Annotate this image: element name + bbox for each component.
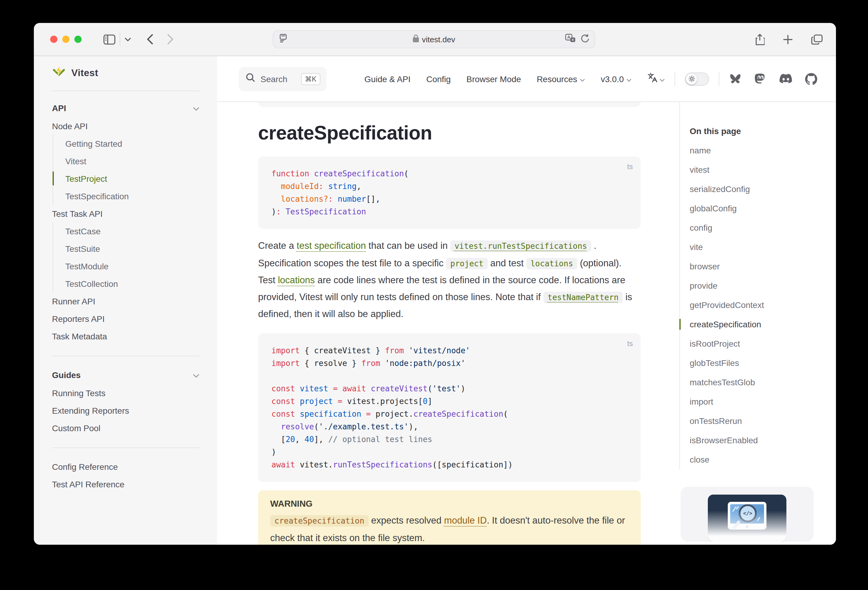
outline-item-globalconfig[interactable]: globalConfig bbox=[690, 199, 824, 218]
sidebar-toggle-icon[interactable] bbox=[103, 34, 115, 44]
outline-item-config[interactable]: config bbox=[690, 218, 824, 237]
inline-link-test-specification[interactable]: test specification bbox=[297, 240, 366, 251]
sidebar-item-running-tests[interactable]: Running Tests bbox=[52, 384, 199, 402]
outline-item-ontestsrerun[interactable]: onTestsRerun bbox=[690, 411, 824, 431]
nav-link-config[interactable]: Config bbox=[426, 74, 451, 84]
code-line: locations?: number[], bbox=[272, 193, 627, 205]
sidebar-item-vitest[interactable]: Vitest bbox=[65, 152, 199, 170]
sidebar-group-label: Guides bbox=[52, 370, 81, 380]
doc-content-area: createSpecification ts function createSp… bbox=[217, 102, 836, 545]
mastodon-icon[interactable] bbox=[754, 73, 766, 85]
sidebar-item-config-reference[interactable]: Config Reference bbox=[52, 458, 199, 475]
outline-item-name[interactable]: name bbox=[690, 141, 824, 160]
inline-code-locations: locations bbox=[526, 257, 577, 269]
sidebar-item-testcollection[interactable]: TestCollection bbox=[65, 275, 199, 292]
outline-item-matchestestglob[interactable]: matchesTestGlob bbox=[690, 372, 824, 392]
back-button-icon[interactable] bbox=[147, 34, 154, 45]
sidebar-item-test-api-reference[interactable]: Test API Reference bbox=[52, 475, 199, 493]
sponsor-ad-image: </> bbox=[708, 494, 787, 542]
sponsor-ad-card[interactable]: </> bbox=[681, 487, 813, 542]
code-line: ) bbox=[272, 445, 627, 458]
reload-icon[interactable] bbox=[581, 34, 589, 45]
sidebar-group-api[interactable]: API bbox=[52, 99, 199, 117]
sidebar-item-testsuite[interactable]: TestSuite bbox=[65, 240, 199, 257]
code-line: await vitest.runTestSpecifications([spec… bbox=[272, 458, 627, 471]
chevron-down-icon bbox=[660, 74, 665, 84]
address-bar[interactable]: vitest.dev Ax bbox=[273, 30, 595, 48]
discord-icon[interactable] bbox=[779, 74, 793, 84]
outline-item-getprovidedcontext[interactable]: getProvidedContext bbox=[690, 295, 824, 315]
outline-item-browser[interactable]: browser bbox=[690, 257, 824, 276]
outline-item-close[interactable]: close bbox=[690, 450, 824, 469]
code-block-signature[interactable]: ts function createSpecification( moduleI… bbox=[258, 156, 641, 229]
outline-item-serializedconfig[interactable]: serializedConfig bbox=[690, 180, 824, 199]
new-tab-icon[interactable] bbox=[783, 34, 793, 44]
outline-title: On this page bbox=[690, 126, 824, 136]
share-icon[interactable] bbox=[755, 34, 765, 45]
zoom-window-button[interactable] bbox=[74, 35, 81, 43]
outline-item-vitest[interactable]: vitest bbox=[690, 160, 824, 180]
close-window-button[interactable] bbox=[50, 35, 58, 43]
minimize-window-button[interactable] bbox=[62, 35, 69, 43]
bluesky-icon[interactable] bbox=[729, 73, 742, 85]
translate-icon[interactable]: Ax bbox=[565, 34, 576, 45]
search-icon bbox=[246, 73, 255, 85]
languages-icon bbox=[647, 72, 658, 85]
code-line: const specification = project.createSpec… bbox=[272, 407, 627, 420]
code-block-example[interactable]: ts import { createVitest } from 'vitest/… bbox=[258, 333, 641, 482]
outline-item-vite[interactable]: vite bbox=[690, 237, 824, 257]
sidebar-item-task-metadata[interactable]: Task Metadata bbox=[52, 327, 199, 345]
language-menu[interactable] bbox=[647, 72, 665, 85]
github-icon[interactable] bbox=[805, 73, 817, 85]
desktop: vitest.dev Ax bbox=[0, 0, 868, 590]
code-line: ): TestSpecification bbox=[272, 205, 627, 218]
code-line: moduleId: string, bbox=[272, 180, 627, 193]
warning-title: WARNING bbox=[270, 499, 629, 508]
nav-link-v3-0-0[interactable]: v3.0.0 bbox=[601, 74, 632, 84]
code-lang-badge: ts bbox=[627, 337, 633, 350]
search-label: Search bbox=[261, 74, 288, 84]
chevron-down-icon bbox=[193, 103, 199, 113]
sidebar-item-node-api[interactable]: Node API bbox=[52, 117, 199, 135]
sidebar-item-getting-started[interactable]: Getting Started bbox=[65, 135, 199, 152]
nav-link-resources[interactable]: Resources bbox=[537, 74, 585, 84]
inline-code-link-vitest-runtestspecifications[interactable]: vitest.runTestSpecifications bbox=[450, 240, 591, 252]
tab-overview-icon[interactable] bbox=[811, 34, 823, 44]
sidebar-item-custom-pool[interactable]: Custom Pool bbox=[52, 419, 199, 437]
page-title: createSpecification bbox=[258, 120, 641, 146]
search-button[interactable]: Search ⌘K bbox=[239, 67, 326, 91]
sidebar-item-testcase[interactable]: TestCase bbox=[65, 222, 199, 240]
vitest-logo-icon bbox=[52, 65, 66, 81]
outline-item-provide[interactable]: provide bbox=[690, 276, 824, 295]
sidebar-item-reporters-api[interactable]: Reporters API bbox=[52, 310, 199, 327]
sidebar-item-extending-reporters[interactable]: Extending Reporters bbox=[52, 402, 199, 419]
tab-group-chevron-icon[interactable] bbox=[124, 37, 131, 41]
outline-item-globtestfiles[interactable]: globTestFiles bbox=[690, 353, 824, 372]
sidebar-item-testspecification[interactable]: TestSpecification bbox=[65, 187, 199, 205]
site-logo[interactable]: Vitest bbox=[52, 61, 199, 85]
sidebar-subgroup: TestCaseTestSuiteTestModuleTestCollectio… bbox=[53, 222, 199, 292]
sidebar-item-test-task-api[interactable]: Test Task API bbox=[52, 205, 199, 222]
sidebar-item-testproject[interactable]: TestProject bbox=[65, 170, 199, 187]
outline-item-createspecification[interactable]: createSpecification bbox=[690, 315, 824, 334]
sidebar-group-label: API bbox=[52, 103, 66, 113]
divider bbox=[52, 447, 199, 448]
inline-link-locations[interactable]: locations bbox=[278, 275, 314, 285]
chevron-down-icon bbox=[580, 74, 585, 84]
outline-item-isrootproject[interactable]: isRootProject bbox=[690, 334, 824, 353]
nav-link-guide-api[interactable]: Guide & API bbox=[365, 74, 411, 84]
sidebar-group-guides[interactable]: Guides bbox=[52, 366, 199, 384]
inline-link-module-id[interactable]: module ID bbox=[444, 515, 487, 525]
sidebar-item-testmodule[interactable]: TestModule bbox=[65, 257, 199, 275]
code-line: import { resolve } from 'node:path/posix… bbox=[272, 357, 627, 369]
inline-code-link-testnamepattern[interactable]: testNamePattern bbox=[543, 291, 623, 303]
url-text: vitest.dev bbox=[422, 35, 455, 44]
divider bbox=[120, 32, 120, 46]
outline-item-import[interactable]: import bbox=[690, 392, 824, 411]
nav-link-browser-mode[interactable]: Browser Mode bbox=[466, 74, 521, 84]
sun-icon bbox=[686, 74, 697, 84]
theme-toggle[interactable] bbox=[685, 72, 709, 85]
forward-button-icon[interactable] bbox=[167, 34, 173, 45]
outline-item-isbrowserenabled[interactable]: isBrowserEnabled bbox=[690, 431, 824, 450]
sidebar-item-runner-api[interactable]: Runner API bbox=[52, 292, 199, 310]
